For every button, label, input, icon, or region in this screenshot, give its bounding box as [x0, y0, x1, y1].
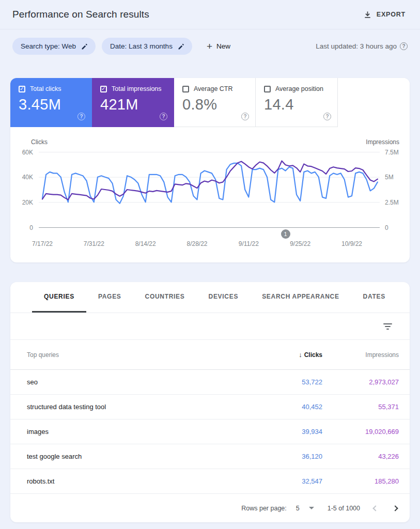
help-circle-icon[interactable]: ?	[160, 113, 167, 120]
x-axis-tick: 9/25/22	[290, 240, 310, 247]
query-cell: images	[27, 428, 250, 435]
metric-label: Average position	[275, 85, 323, 92]
help-circle-icon[interactable]: ?	[400, 42, 408, 50]
left-axis-tick: 60K	[14, 149, 33, 155]
right-axis-title: Impressions	[366, 138, 399, 146]
left-axis-tick: 20K	[14, 199, 33, 206]
metric-value: 421M	[100, 96, 166, 113]
table-row[interactable]: test google search 36,120 43,226	[10, 444, 410, 469]
x-axis-tick: 7/31/22	[84, 240, 104, 247]
impressions-cell: 43,226	[322, 453, 399, 460]
filters-row: Search type: Web Date: Last 3 months + N…	[0, 29, 420, 62]
clicks-cell: 36,120	[250, 453, 322, 460]
x-axis-tick: 10/9/22	[341, 240, 362, 247]
impressions-cell: 19,020,669	[322, 428, 399, 435]
filter-list-icon[interactable]	[380, 320, 395, 333]
tab-queries[interactable]: QUERIES	[32, 282, 86, 313]
query-cell: structured data testing tool	[27, 403, 250, 411]
search-type-chip[interactable]: Search type: Web	[12, 38, 96, 55]
help-circle-icon[interactable]: ?	[323, 113, 331, 120]
queries-table-card: QUERIES PAGES COUNTRIES DEVICES SEARCH A…	[10, 282, 410, 522]
export-label: EXPORT	[377, 11, 406, 18]
next-page-chevron-icon[interactable]	[392, 505, 398, 511]
checkbox-checked-icon[interactable]: ✓	[19, 86, 25, 92]
export-button[interactable]: EXPORT	[361, 7, 408, 22]
metric-value: 14.4	[264, 96, 330, 113]
annotation-badge[interactable]: 1	[281, 229, 290, 239]
clicks-line	[42, 163, 378, 204]
checkbox-unchecked-icon[interactable]	[264, 86, 271, 92]
pencil-icon	[81, 43, 88, 50]
clicks-cell: 39,934	[250, 428, 322, 435]
metric-label: Total clicks	[30, 85, 61, 92]
table-row[interactable]: robots.txt 32,547 185,280	[10, 469, 410, 494]
chip-label: Date: Last 3 months	[110, 42, 173, 50]
x-axis-tick: 8/14/22	[135, 240, 156, 247]
pagination-range: 1-5 of 1000	[328, 505, 360, 512]
x-axis-ticks: 7/17/22 7/31/22 8/14/22 8/28/22 9/11/22 …	[39, 240, 380, 261]
table-row[interactable]: structured data testing tool 40,452 55,3…	[10, 395, 410, 419]
previous-page-chevron-icon[interactable]	[372, 505, 378, 511]
left-axis-tick: 40K	[14, 174, 33, 180]
page-title: Performance on Search results	[12, 9, 149, 20]
tab-countries[interactable]: COUNTRIES	[133, 282, 197, 313]
total-impressions-card[interactable]: ✓ Total impressions 421M ?	[92, 78, 174, 127]
app-header: Performance on Search results EXPORT	[0, 0, 420, 29]
metric-label: Total impressions	[112, 85, 162, 92]
tab-pages[interactable]: PAGES	[86, 282, 133, 313]
total-clicks-card[interactable]: ✓ Total clicks 3.45M ?	[10, 78, 92, 127]
table-row[interactable]: images 39,934 19,020,669	[10, 419, 410, 444]
rows-per-page-control[interactable]: Rows per page: 5	[241, 505, 314, 512]
arrow-down-icon: ↓	[299, 351, 302, 359]
pencil-icon	[178, 43, 185, 50]
checkbox-unchecked-icon[interactable]	[182, 86, 189, 92]
help-circle-icon[interactable]: ?	[77, 113, 85, 120]
plot-area: 60K 40K 20K 0 7.5M 5M 2.5M 0 1	[39, 152, 380, 228]
right-axis-tick: 7.5M	[385, 149, 399, 155]
plus-icon: +	[207, 41, 212, 51]
tab-devices[interactable]: DEVICES	[197, 282, 251, 313]
download-icon	[363, 10, 372, 19]
left-axis-title: Clicks	[31, 138, 48, 146]
tab-dates[interactable]: DATES	[351, 282, 397, 313]
column-header-clicks[interactable]: ↓Clicks	[250, 351, 322, 359]
clicks-cell: 32,547	[250, 477, 322, 485]
column-header-impressions[interactable]: Impressions	[322, 351, 399, 359]
new-filter-label: New	[216, 42, 230, 50]
performance-chart-card: ✓ Total clicks 3.45M ? ✓ Total impressio…	[10, 78, 410, 262]
tab-search-appearance[interactable]: SEARCH APPEARANCE	[250, 282, 351, 313]
checkbox-checked-icon[interactable]: ✓	[100, 86, 107, 92]
chip-label: Search type: Web	[21, 42, 76, 50]
table-tabs: QUERIES PAGES COUNTRIES DEVICES SEARCH A…	[10, 282, 410, 313]
query-cell: robots.txt	[27, 477, 250, 485]
metric-label: Average CTR	[194, 85, 233, 92]
clicks-cell: 40,452	[250, 403, 322, 411]
metric-value: 3.45M	[19, 96, 84, 113]
chart-region: Clicks Impressions 60K 40K 20K 0 7.5M 5M…	[10, 127, 410, 261]
last-updated: Last updated: 3 hours ago ?	[316, 42, 408, 50]
impressions-cell: 185,280	[322, 477, 399, 485]
query-cell: seo	[27, 378, 250, 386]
right-axis-tick: 0	[385, 225, 388, 231]
table-footer: Rows per page: 5 1-5 of 1000	[10, 494, 410, 522]
metric-value: 0.8%	[182, 96, 248, 113]
table-filter-row	[10, 313, 410, 340]
date-range-chip[interactable]: Date: Last 3 months	[102, 38, 192, 55]
metric-cards-row: ✓ Total clicks 3.45M ? ✓ Total impressio…	[10, 78, 410, 127]
rows-per-page-value: 5	[296, 505, 300, 512]
column-header-top-queries: Top queries	[27, 351, 250, 359]
help-circle-icon[interactable]: ?	[241, 113, 249, 120]
average-position-card[interactable]: Average position 14.4 ?	[256, 78, 338, 127]
new-filter-button[interactable]: + New	[201, 38, 236, 54]
left-axis-tick: 0	[14, 225, 33, 231]
clicks-cell: 53,722	[250, 378, 322, 386]
table-row[interactable]: seo 53,722 2,973,027	[10, 370, 410, 395]
performance-line-chart[interactable]	[39, 152, 380, 228]
x-axis-tick: 7/17/22	[32, 240, 53, 247]
x-axis-tick: 9/11/22	[239, 240, 259, 247]
query-cell: test google search	[27, 453, 250, 460]
average-ctr-card[interactable]: Average CTR 0.8% ?	[174, 78, 256, 127]
right-axis-tick: 2.5M	[385, 199, 399, 206]
right-axis-tick: 5M	[385, 174, 394, 180]
last-updated-text: Last updated: 3 hours ago	[316, 42, 397, 50]
